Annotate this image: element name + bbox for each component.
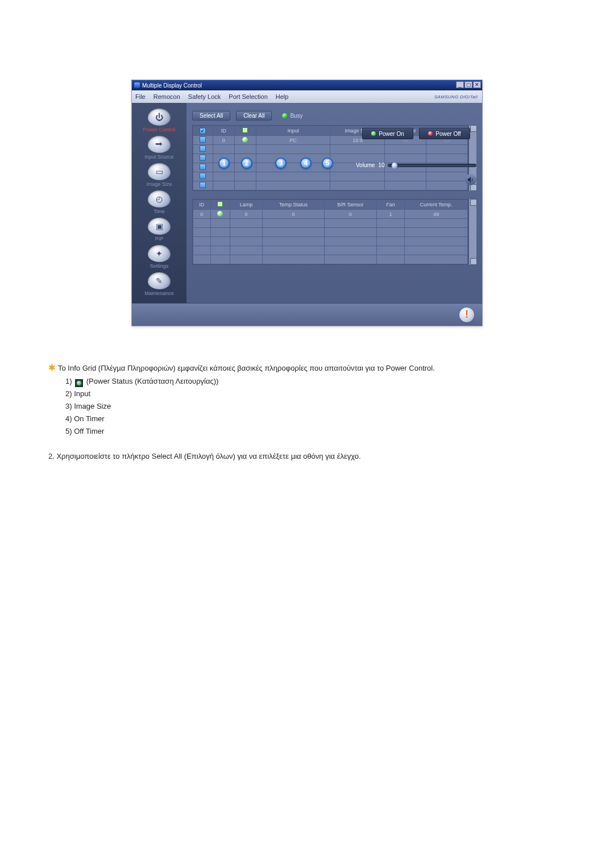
menu-file[interactable]: File	[135, 93, 146, 100]
select-all-button[interactable]: Select All	[192, 111, 230, 121]
window-title: Multiple Display Control	[142, 82, 202, 89]
col-input: Input	[256, 126, 330, 136]
input-icon: ⮕	[148, 136, 171, 153]
volume-value: 10	[378, 162, 384, 168]
sidebar-item-power-control[interactable]: ⏻Power Control	[136, 109, 182, 132]
col2-lamp: Lamp	[230, 200, 262, 210]
sidebar-item-image-size[interactable]: ▭Image Size	[136, 163, 182, 187]
image-size-icon: ▭	[148, 163, 171, 180]
time-icon: ◴	[148, 190, 171, 207]
col2-power-led	[210, 200, 230, 210]
sidebar-item-maintenance[interactable]: ✎Maintenance	[136, 272, 182, 296]
menu-remocon[interactable]: Remocon	[154, 93, 180, 100]
busy-indicator: Busy	[282, 113, 302, 119]
col-power-led	[234, 126, 256, 136]
pip-icon: ▣	[148, 218, 171, 235]
menu-port-selection[interactable]: Port Selection	[229, 93, 267, 100]
statusbar: !	[132, 303, 482, 326]
power-on-button[interactable]: Power On	[362, 128, 413, 139]
busy-led-icon	[282, 113, 288, 119]
slider-thumb[interactable]	[392, 163, 397, 169]
maximize-button[interactable]: ▢	[464, 81, 472, 88]
minimize-button[interactable]: _	[456, 81, 464, 88]
application-window: Multiple Display Control _ ▢ ✕ File Remo…	[131, 80, 483, 326]
info-grid-bottom: ID Lamp Temp.Status B/R Sensor Fan Curre…	[192, 199, 468, 265]
star-icon: ✱	[48, 360, 56, 375]
app-icon	[134, 82, 140, 88]
brand-label: SAMSUNG DIGITall	[434, 94, 478, 99]
titlebar: Multiple Display Control _ ▢ ✕	[132, 80, 482, 90]
speaker-icon[interactable]	[465, 174, 476, 185]
col-id: ID	[213, 126, 234, 136]
volume-label: Volume	[356, 162, 375, 168]
right-panel: Power On Power Off Volume 10	[356, 128, 476, 185]
volume-control: Volume 10	[356, 162, 476, 168]
settings-icon: ✦	[148, 245, 171, 262]
power-status-icon	[217, 211, 223, 217]
col2-id: ID	[193, 200, 211, 210]
volume-slider[interactable]	[388, 164, 476, 167]
table-row[interactable]: 0 0 0 0 1 49	[193, 210, 468, 219]
clear-all-button[interactable]: Clear All	[236, 111, 272, 121]
menubar: File Remocon Safety Lock Port Selection …	[132, 90, 482, 103]
led-off-icon	[428, 131, 433, 136]
col2-br: B/R Sensor	[325, 200, 377, 210]
document-text: ✱Το Info Grid (Πλέγµα Πληροφοριών) εµφαν…	[48, 360, 566, 463]
main-panel: Select All Clear All Busy ID Input Image	[186, 103, 482, 303]
row-checkbox[interactable]	[200, 136, 206, 143]
power-status-icon	[242, 137, 248, 143]
col2-fan: Fan	[376, 200, 405, 210]
col2-current-temp: Current Temp.	[405, 200, 468, 210]
doc-intro: Το Info Grid (Πλέγµα Πληροφοριών) εµφανί…	[58, 364, 435, 372]
close-button[interactable]: ✕	[473, 81, 481, 88]
power-led-icon	[242, 127, 248, 133]
warning-icon: !	[459, 308, 474, 322]
col2-temp: Temp.Status	[263, 200, 325, 210]
sidebar-item-input-source[interactable]: ⮕Input Source	[136, 136, 182, 160]
power-icon: ⏻	[148, 109, 171, 126]
led-on-icon	[371, 131, 376, 136]
header-checkbox[interactable]	[200, 128, 206, 134]
power-led-icon	[217, 201, 223, 207]
sidebar: ⏻Power Control ⮕Input Source ▭Image Size…	[132, 103, 186, 303]
sidebar-item-time[interactable]: ◴Time	[136, 190, 182, 214]
menu-help[interactable]: Help	[276, 93, 289, 100]
sidebar-item-pip[interactable]: ▣PIP	[136, 218, 182, 242]
window-buttons: _ ▢ ✕	[456, 81, 481, 88]
sidebar-item-settings[interactable]: ✦Settings	[136, 245, 182, 269]
doc-p2: 2. Χρησιµοποιείστε το πλήκτρο Select All…	[48, 450, 566, 463]
power-status-inline-icon	[75, 379, 83, 387]
scrollbar[interactable]	[468, 199, 476, 265]
maintenance-icon: ✎	[148, 272, 171, 289]
power-off-button[interactable]: Power Off	[419, 128, 470, 139]
menu-safety-lock[interactable]: Safety Lock	[188, 93, 221, 100]
